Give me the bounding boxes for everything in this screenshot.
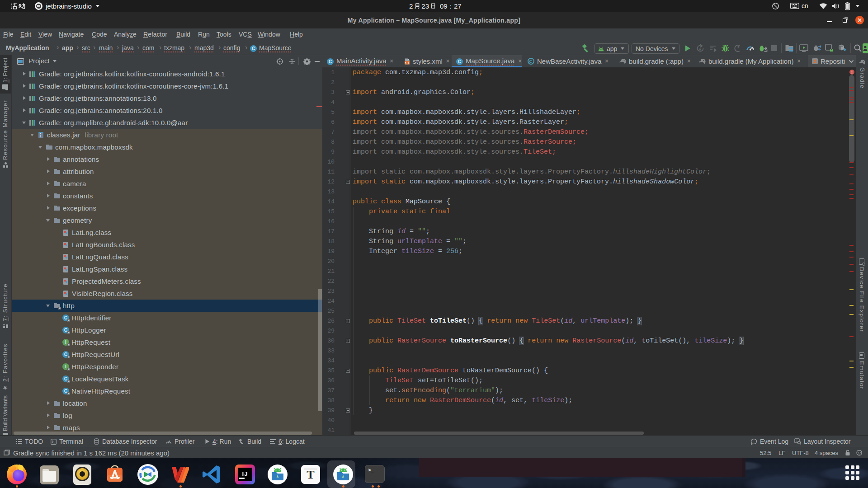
- svg-text:A: A: [699, 47, 702, 52]
